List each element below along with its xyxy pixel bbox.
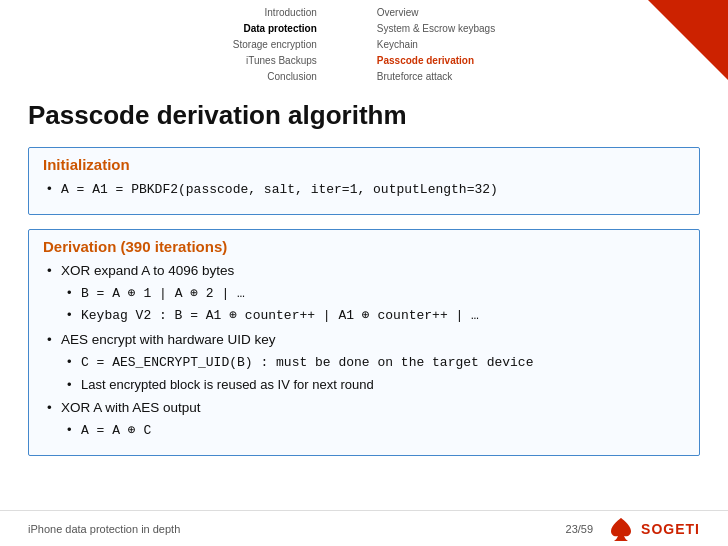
nav-overview[interactable]: Overview xyxy=(377,6,419,20)
initialization-list: A = A1 = PBKDF2(passcode, salt, iter=1, … xyxy=(43,179,685,200)
xor-a-text: XOR A with AES output xyxy=(61,400,201,415)
page-number: 23/59 xyxy=(566,523,594,535)
derivation-list: XOR expand A to 4096 bytes B = A ⊕ 1 | A… xyxy=(43,261,685,441)
list-item-aes-encrypt: AES encrypt with hardware UID key C = AE… xyxy=(43,330,685,394)
footer-left-text: iPhone data protection in depth xyxy=(28,523,180,535)
corner-decoration xyxy=(648,0,728,80)
sub-formula-a: A = A ⊕ C xyxy=(81,423,151,438)
xor-expand-text: XOR expand A to 4096 bytes xyxy=(61,263,234,278)
nav-bruteforce[interactable]: Bruteforce attack xyxy=(377,70,453,84)
footer-right: 23/59 SOGETI xyxy=(566,515,700,543)
initialization-section: Initialization A = A1 = PBKDF2(passcode,… xyxy=(28,147,700,215)
nav-storage-encryption[interactable]: Storage encryption xyxy=(233,38,317,52)
footer: iPhone data protection in depth 23/59 SO… xyxy=(0,510,728,546)
sogeti-label: SOGETI xyxy=(641,521,700,537)
nav-itunes-backups[interactable]: iTunes Backups xyxy=(246,54,317,68)
sub-iv-text: Last encrypted block is reused as IV for… xyxy=(81,377,374,392)
initialization-title: Initialization xyxy=(43,156,685,173)
nav-right-col: Overview System & Escrow keybags Keychai… xyxy=(377,6,495,84)
sub-formula-keybag: Keybag V2 : B = A1 ⊕ counter++ | A1 ⊕ co… xyxy=(81,308,479,323)
nav-left-col: Introduction Data protection Storage enc… xyxy=(233,6,317,84)
sub-list-item: Last encrypted block is reused as IV for… xyxy=(61,375,685,395)
init-formula: A = A1 = PBKDF2(passcode, salt, iter=1, … xyxy=(61,182,498,197)
top-nav: Introduction Data protection Storage enc… xyxy=(0,0,728,88)
sub-formula-b: B = A ⊕ 1 | A ⊕ 2 | … xyxy=(81,286,245,301)
nav-keychain[interactable]: Keychain xyxy=(377,38,418,52)
sub-list-item: B = A ⊕ 1 | A ⊕ 2 | … xyxy=(61,283,685,304)
page-title: Passcode derivation algorithm xyxy=(28,100,700,131)
nav-conclusion[interactable]: Conclusion xyxy=(267,70,316,84)
sogeti-logo: SOGETI xyxy=(607,515,700,543)
sub-list-item: C = AES_ENCRYPT_UID(B) : must be done on… xyxy=(61,352,685,373)
aes-sublist: C = AES_ENCRYPT_UID(B) : must be done on… xyxy=(61,352,685,394)
nav-system-escrow[interactable]: System & Escrow keybags xyxy=(377,22,495,36)
list-item: A = A1 = PBKDF2(passcode, salt, iter=1, … xyxy=(43,179,685,200)
aes-text: AES encrypt with hardware UID key xyxy=(61,332,276,347)
sub-formula-c: C = AES_ENCRYPT_UID(B) : must be done on… xyxy=(81,355,533,370)
derivation-section: Derivation (390 iterations) XOR expand A… xyxy=(28,229,700,456)
nav-introduction[interactable]: Introduction xyxy=(265,6,317,20)
xor-expand-sublist: B = A ⊕ 1 | A ⊕ 2 | … Keybag V2 : B = A1… xyxy=(61,283,685,326)
derivation-title: Derivation (390 iterations) xyxy=(43,238,685,255)
nav-passcode-derivation[interactable]: Passcode derivation xyxy=(377,54,474,68)
main-content: Passcode derivation algorithm Initializa… xyxy=(0,88,728,480)
sub-list-item: A = A ⊕ C xyxy=(61,420,685,441)
list-item-xor-a: XOR A with AES output A = A ⊕ C xyxy=(43,398,685,441)
nav-data-protection[interactable]: Data protection xyxy=(243,22,316,36)
list-item-xor-expand: XOR expand A to 4096 bytes B = A ⊕ 1 | A… xyxy=(43,261,685,326)
sub-list-item: Keybag V2 : B = A1 ⊕ counter++ | A1 ⊕ co… xyxy=(61,305,685,326)
xor-a-sublist: A = A ⊕ C xyxy=(61,420,685,441)
sogeti-spade-icon xyxy=(607,515,635,543)
